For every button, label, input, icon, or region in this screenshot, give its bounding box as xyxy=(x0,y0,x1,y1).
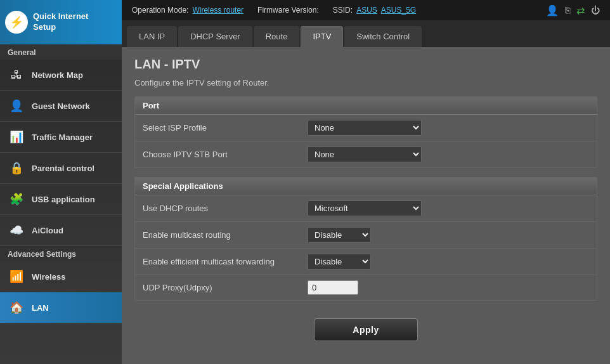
topbar-info: Operation Mode: Wireless router Firmware… xyxy=(132,6,416,15)
sidebar-item-label: Parental control xyxy=(32,164,94,173)
quick-setup-icon: ⚡ xyxy=(5,11,28,34)
dhcp-routes-label: Use DHCP routes xyxy=(143,204,308,213)
sidebar-item-label: Traffic Manager xyxy=(32,133,93,142)
iptv-stb-port-label: Choose IPTV STB Port xyxy=(143,150,308,159)
quick-setup-label: Quick InternetSetup xyxy=(33,11,88,33)
user-icon[interactable]: 👤 xyxy=(546,4,559,16)
tab-switch-control[interactable]: Switch Control xyxy=(344,26,422,47)
aicloud-icon: ☁️ xyxy=(8,221,25,239)
dhcp-routes-row: Use DHCP routes Microsoft None xyxy=(135,195,597,222)
isp-profile-control: None xyxy=(308,120,589,136)
network-map-icon: 🖧 xyxy=(8,66,25,84)
operation-mode-label: Operation Mode: xyxy=(132,6,188,15)
topbar-icons: 👤 ⎘ ⇄ ⏻ xyxy=(546,4,600,16)
iptv-stb-port-control: None xyxy=(308,146,589,162)
sidebar-item-network-map[interactable]: 🖧 Network Map xyxy=(0,60,122,91)
lan-icon: 🏠 xyxy=(8,299,25,316)
sidebar: ⚡ Quick InternetSetup General 🖧 Network … xyxy=(0,0,122,364)
port-section-header: Port xyxy=(135,97,597,115)
special-applications-header: Special Applications xyxy=(135,178,597,195)
dhcp-routes-select[interactable]: Microsoft None xyxy=(308,200,422,216)
sidebar-item-label: Guest Network xyxy=(32,101,90,111)
multicast-routing-row: Enable multicast routing Disable Enable xyxy=(135,222,597,249)
firmware-label: Firmware Version: xyxy=(257,6,319,15)
multicast-forwarding-select[interactable]: Disable Enable xyxy=(308,254,371,270)
udp-proxy-label: UDP Proxy(Udpxy) xyxy=(143,283,308,292)
multicast-routing-label: Enable multicast routing xyxy=(143,230,308,240)
isp-profile-select[interactable]: None xyxy=(308,120,422,136)
advanced-settings-section-label: Advanced Settings xyxy=(0,246,122,261)
multicast-forwarding-label: Enable efficient multicast forwarding xyxy=(143,257,308,266)
sidebar-item-label: LAN xyxy=(32,303,49,313)
general-section-label: General xyxy=(0,44,122,60)
udp-proxy-control xyxy=(308,280,589,295)
multicast-forwarding-control: Disable Enable xyxy=(308,254,589,270)
page-title: LAN - IPTV xyxy=(134,57,597,72)
special-applications-section: Special Applications Use DHCP routes Mic… xyxy=(134,177,597,301)
multicast-routing-control: Disable Enable xyxy=(308,227,589,243)
isp-profile-label: Select ISP Profile xyxy=(143,123,308,133)
page-description: Configure the IPTV setting of Router. xyxy=(134,78,597,88)
dhcp-routes-control: Microsoft None xyxy=(308,200,589,216)
sidebar-item-label: AiCloud xyxy=(32,226,63,235)
apply-row: Apply xyxy=(134,309,597,350)
apply-button[interactable]: Apply xyxy=(314,318,417,341)
isp-profile-row: Select ISP Profile None xyxy=(135,115,597,141)
topbar: Operation Mode: Wireless router Firmware… xyxy=(122,0,610,20)
wireless-icon: 📶 xyxy=(8,268,25,285)
ssid-value-5g[interactable]: ASUS_5G xyxy=(381,6,416,15)
tab-bar: LAN IP DHCP Server Route IPTV Switch Con… xyxy=(122,20,610,47)
operation-mode-value[interactable]: Wireless router xyxy=(192,6,243,15)
share-icon[interactable]: ⇄ xyxy=(576,4,585,16)
sidebar-item-lan[interactable]: 🏠 LAN xyxy=(0,292,122,323)
multicast-routing-select[interactable]: Disable Enable xyxy=(308,227,371,243)
sidebar-item-label: Wireless xyxy=(32,272,65,282)
multicast-forwarding-row: Enable efficient multicast forwarding Di… xyxy=(135,249,597,275)
ssid-value-2g[interactable]: ASUS xyxy=(356,6,377,15)
sidebar-item-label: Network Map xyxy=(32,70,83,80)
traffic-manager-icon: 📊 xyxy=(8,128,25,146)
guest-network-icon: 👤 xyxy=(8,97,25,115)
sidebar-item-usb-application[interactable]: 🧩 USB application xyxy=(0,184,122,215)
sidebar-item-traffic-manager[interactable]: 📊 Traffic Manager xyxy=(0,122,122,153)
udp-proxy-input[interactable] xyxy=(308,280,358,295)
parental-control-icon: 🔒 xyxy=(8,159,25,177)
tab-lan-ip[interactable]: LAN IP xyxy=(127,26,177,47)
iptv-stb-port-select[interactable]: None xyxy=(308,146,422,162)
tab-iptv[interactable]: IPTV xyxy=(301,26,343,47)
tab-route[interactable]: Route xyxy=(254,26,300,47)
sidebar-item-label: USB application xyxy=(32,195,95,204)
quick-internet-setup[interactable]: ⚡ Quick InternetSetup xyxy=(0,0,122,44)
sidebar-item-aicloud[interactable]: ☁️ AiCloud xyxy=(0,215,122,246)
copy-icon[interactable]: ⎘ xyxy=(565,5,570,15)
power-icon[interactable]: ⏻ xyxy=(591,5,600,15)
sidebar-item-guest-network[interactable]: 👤 Guest Network xyxy=(0,91,122,122)
usb-application-icon: 🧩 xyxy=(8,190,25,208)
main-content: Operation Mode: Wireless router Firmware… xyxy=(122,0,610,364)
port-section: Port Select ISP Profile None Choose IPTV… xyxy=(134,96,597,168)
ssid-label: SSID: xyxy=(333,6,353,15)
content-area: LAN - IPTV Configure the IPTV setting of… xyxy=(122,47,610,364)
tab-dhcp-server[interactable]: DHCP Server xyxy=(178,26,252,47)
sidebar-item-wireless[interactable]: 📶 Wireless xyxy=(0,261,122,292)
udp-proxy-row: UDP Proxy(Udpxy) xyxy=(135,275,597,300)
sidebar-item-parental-control[interactable]: 🔒 Parental control xyxy=(0,153,122,184)
iptv-stb-port-row: Choose IPTV STB Port None xyxy=(135,141,597,167)
